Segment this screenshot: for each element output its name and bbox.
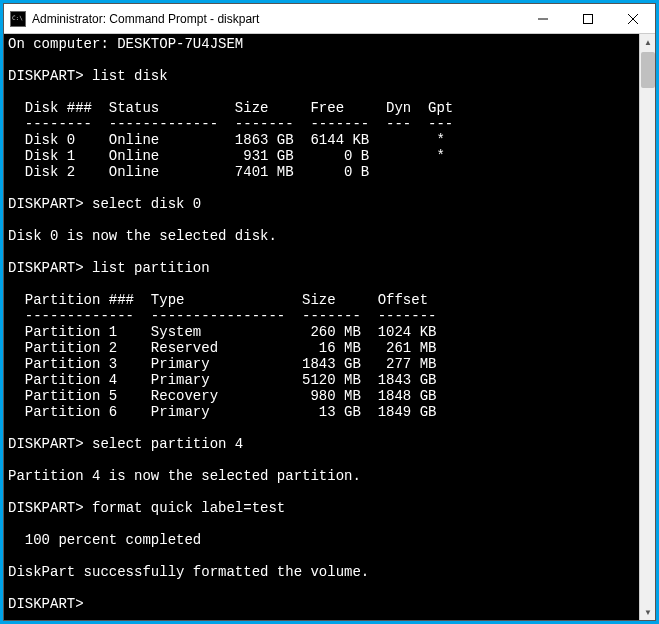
command-prompt-window: Administrator: Command Prompt - diskpart… — [3, 3, 656, 621]
select-partition-response: Partition 4 is now the selected partitio… — [8, 468, 361, 484]
partition-row: Partition 5 Recovery 980 MB 1848 GB — [8, 388, 436, 404]
minimize-button[interactable] — [520, 4, 565, 33]
svg-rect-1 — [583, 14, 592, 23]
cmd-list-partition: list partition — [92, 260, 210, 276]
disk-row: Disk 1 Online 931 GB 0 B * — [8, 148, 445, 164]
disk-table-divider: -------- ------------- ------- ------- -… — [8, 116, 453, 132]
window-title: Administrator: Command Prompt - diskpart — [32, 12, 520, 26]
prompt: DISKPART> — [8, 436, 84, 452]
partition-row: Partition 4 Primary 5120 MB 1843 GB — [8, 372, 436, 388]
vertical-scrollbar[interactable]: ▲ ▼ — [639, 34, 655, 620]
titlebar[interactable]: Administrator: Command Prompt - diskpart — [4, 4, 655, 34]
scroll-down-arrow-icon[interactable]: ▼ — [640, 604, 656, 620]
terminal-output[interactable]: On computer: DESKTOP-7U4JSEM DISKPART> l… — [4, 34, 655, 620]
partition-row: Partition 1 System 260 MB 1024 KB — [8, 324, 436, 340]
scroll-thumb[interactable] — [641, 52, 655, 88]
prompt: DISKPART> — [8, 196, 84, 212]
format-progress: 100 percent completed — [8, 532, 201, 548]
cmd-format: format quick label=test — [92, 500, 285, 516]
disk-row: Disk 2 Online 7401 MB 0 B — [8, 164, 369, 180]
close-button[interactable] — [610, 4, 655, 33]
computer-line: On computer: DESKTOP-7U4JSEM — [8, 36, 243, 52]
cmd-select-partition: select partition 4 — [92, 436, 243, 452]
disk-table-header: Disk ### Status Size Free Dyn Gpt — [8, 100, 453, 116]
prompt: DISKPART> — [8, 68, 84, 84]
format-success: DiskPart successfully formatted the volu… — [8, 564, 369, 580]
cmd-select-disk: select disk 0 — [92, 196, 201, 212]
partition-row: Partition 2 Reserved 16 MB 261 MB — [8, 340, 436, 356]
disk-row: Disk 0 Online 1863 GB 6144 KB * — [8, 132, 445, 148]
prompt: DISKPART> — [8, 500, 84, 516]
maximize-button[interactable] — [565, 4, 610, 33]
partition-row: Partition 6 Primary 13 GB 1849 GB — [8, 404, 436, 420]
prompt: DISKPART> — [8, 596, 84, 612]
cmd-list-disk: list disk — [92, 68, 168, 84]
cmd-icon — [10, 11, 26, 27]
select-disk-response: Disk 0 is now the selected disk. — [8, 228, 277, 244]
partition-table-header: Partition ### Type Size Offset — [8, 292, 428, 308]
prompt: DISKPART> — [8, 260, 84, 276]
partition-table-divider: ------------- ---------------- ------- -… — [8, 308, 436, 324]
partition-row: Partition 3 Primary 1843 GB 277 MB — [8, 356, 436, 372]
scroll-up-arrow-icon[interactable]: ▲ — [640, 34, 656, 50]
window-controls — [520, 4, 655, 33]
